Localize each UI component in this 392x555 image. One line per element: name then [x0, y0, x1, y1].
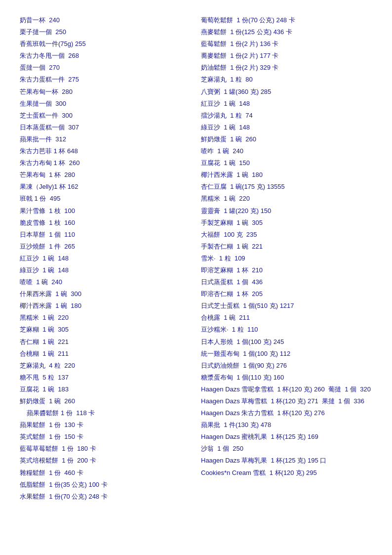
list-item: 芝麻湯丸 1 粒 80: [201, 74, 372, 85]
list-item: 奶昔一杯 240: [20, 15, 191, 26]
list-item: 香蕉班戟一件(75g) 255: [20, 39, 191, 49]
list-item: 朱古力芭菲 1 杯 648: [20, 146, 191, 157]
list-item: 手製芝麻糊 1 碗 305: [201, 217, 372, 228]
right-column: 葡萄乾鬆餅 1 份(70 公克) 248 卡燕麥鬆餅 1 份(125 公克) 4…: [201, 15, 372, 540]
list-item: 椰汁西米露 1 碗 180: [20, 300, 191, 311]
list-item: 蘋果批一件 312: [20, 134, 191, 145]
list-item: 英式培根鬆餅 1 份 200 卡: [20, 455, 191, 466]
left-column: 奶昔一杯 240栗子撻一個 250香蕉班戟一件(75g) 255朱古力冬甩一個 …: [20, 15, 191, 540]
list-item: 日本人形燒 1 個(100 克) 245: [201, 337, 372, 347]
list-item: 蘋果鬆餅 1 份 130 卡: [20, 420, 191, 430]
list-item: 什果西米露 1 碗 300: [20, 289, 191, 299]
list-item: 蕎麥鬆餅 1 份(2 片) 177 卡: [201, 50, 372, 61]
list-item: 紅豆沙 1 碗 148: [20, 253, 191, 264]
list-item: 豆沙糯米· 1 粒 110: [201, 324, 372, 335]
list-item: 統一雞蛋布甸 1 個(100 克) 112: [201, 348, 372, 359]
list-item: 鮮奶燉蛋 1 碗 260: [20, 396, 191, 407]
list-item: 葡萄乾鬆餅 1 份(70 公克) 248 卡: [201, 15, 372, 26]
list-item: Haagen Dazs 草梅雪糕 1 杯(120 克) 271 果撻 1 個 3…: [201, 396, 372, 407]
list-item: 八寶粥 1 罐(360 克) 285: [201, 86, 372, 97]
list-item: Haagen Dazs 蜜桃乳果 1 杯(125 克) 169: [201, 431, 372, 442]
list-item: 手製杏仁糊 1 碗 221: [201, 241, 372, 252]
list-item: 黑糯米 1 碗 220: [201, 193, 372, 204]
list-item: 即溶杏仁糊 1 杯 205: [201, 289, 372, 299]
list-item: 糖漿蛋布甸 1 個(110 克) 160: [201, 372, 372, 383]
list-item: 杏仁糊 1 碗 221: [20, 337, 191, 347]
list-item: 合桃糊 1 碗 211: [20, 348, 191, 359]
list-item: Haagen Dazs 朱古力雪糕 1 杯(120 克) 276: [201, 408, 372, 419]
list-item: 脆皮雪條 1 枝 160: [20, 217, 191, 228]
list-item: 果汁雪條 1 枝 100: [20, 206, 191, 216]
list-item: 沙翁 1 個 250: [201, 443, 372, 454]
list-item: 生果撻一個 300: [20, 98, 191, 109]
list-item: 朱古力蛋糕一件 275: [20, 74, 191, 85]
list-item: 即溶芝麻糊 1 杯 210: [201, 265, 372, 276]
list-item: 朱古力冬甩一個 268: [20, 50, 191, 61]
page: 奶昔一杯 240栗子撻一個 250香蕉班戟一件(75g) 255朱古力冬甩一個 …: [0, 0, 392, 555]
list-item: 紅豆沙 1 碗 148: [201, 98, 372, 109]
list-item: 芒果布甸一杯 280: [20, 86, 191, 97]
list-item: 喳喳 1 碗 240: [20, 277, 191, 288]
list-item: 黑糯米 1 碗 220: [20, 312, 191, 323]
list-item: 雜糧鬆餅 1 份 460 卡: [20, 468, 191, 478]
list-item: 喳咋 1 碗 240: [201, 146, 372, 157]
list-item: 日式奶油燒餅 1 個(90 克) 276: [201, 360, 372, 371]
list-item: 蛋撻一個 270: [20, 62, 191, 73]
list-item: 水果鬆餅 1 份(70 公克) 248 卡: [20, 491, 191, 502]
list-item: 豆腐花 1 碗 150: [201, 158, 372, 169]
list-item: 日本蒸蛋糕一個 307: [20, 122, 191, 133]
list-item: 日本草餅 1 個 110: [20, 229, 191, 240]
list-item: 擂沙湯丸 1 粒 74: [201, 110, 372, 121]
list-item: 日式蒸蛋糕 1 個 436: [201, 277, 372, 288]
list-item: 燕麥鬆餅 1 份(125 公克) 436 卡: [201, 27, 372, 38]
list-item: 糖不甩 5 粒 137: [20, 372, 191, 383]
list-item: Cookies*n Cream 雪糕 1 杯(120 克) 295: [201, 468, 372, 478]
list-item: 藍莓鬆餅 1 份(2 片) 136 卡: [201, 39, 372, 49]
list-item: 英式鬆餅 1 份 150 卡: [20, 431, 191, 442]
list-item: Haagen Dazs 雪呢拿雪糕 1 杯(120 克) 260 葡撻 1 個 …: [201, 384, 372, 395]
list-item: 芝士蛋糕一件 300: [20, 110, 191, 121]
list-item: 芝麻湯丸 4 粒 220: [20, 360, 191, 371]
list-item: Haagen Dazs 草梅乳果 1 杯(125 克) 195 口: [201, 455, 372, 466]
list-item: 蘋果醬鬆餅 1 份 118 卡: [20, 408, 191, 419]
list-item: 雪米· 1 粒 109: [201, 253, 372, 264]
list-item: 朱古力布甸 1 杯 260: [20, 158, 191, 169]
list-item: 豆腐花 1 碗 183: [20, 384, 191, 395]
list-item: 蘋果批 1 件(130 克) 478: [201, 420, 372, 430]
list-item: 果凍（Jelly)1 杯 162: [20, 181, 191, 192]
list-item: 鮮奶燉蛋 1 碗 260: [201, 134, 372, 145]
list-item: 綠豆沙 1 碗 148: [201, 122, 372, 133]
list-item: 豆沙燒餅 1 件 265: [20, 241, 191, 252]
list-item: 杏仁豆腐 1 碗(175 克) 13555: [201, 181, 372, 192]
list-item: 藍莓草莓鬆餅 1 份 180 卡: [20, 443, 191, 454]
list-item: 大福餅 100 克 235: [201, 229, 372, 240]
list-item: 日式芝士蛋糕 1 個(510 克) 1217: [201, 300, 372, 311]
list-item: 班戟 1 份 495: [20, 193, 191, 204]
list-item: 綠豆沙 1 碗 148: [20, 265, 191, 276]
list-item: 靈靈膏 1 罐(220 克) 150: [201, 206, 372, 216]
list-item: 合桃露 1 碗 211: [201, 312, 372, 323]
list-item: 椰汁西米露 1 碗 180: [201, 170, 372, 180]
list-item: 奶油鬆餅 1 份(2 片) 329 卡: [201, 62, 372, 73]
list-item: 芝麻糊 1 碗 305: [20, 324, 191, 335]
list-item: 栗子撻一個 250: [20, 27, 191, 38]
list-item: 芒果布甸 1 杯 280: [20, 170, 191, 180]
list-item: 低脂鬆餅 1 份(35 公克) 100 卡: [20, 479, 191, 490]
